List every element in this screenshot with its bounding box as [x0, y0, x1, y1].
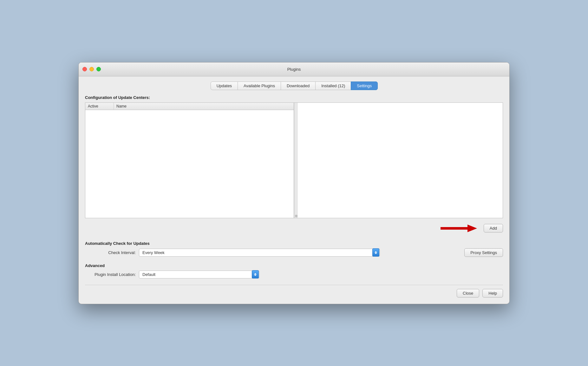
scrollbar-thumb: [295, 215, 297, 217]
table-header: Active Name: [85, 103, 294, 110]
update-centers-table: Active Name: [85, 102, 503, 218]
plugin-install-label: Plugin Install Location:: [91, 272, 136, 277]
maximize-window-button[interactable]: [96, 67, 101, 71]
add-button[interactable]: Add: [484, 224, 503, 232]
check-interval-label: Check Interval:: [91, 250, 136, 255]
add-row: Add: [85, 222, 503, 235]
tab-available-plugins[interactable]: Available Plugins: [238, 82, 281, 90]
vertical-scrollbar[interactable]: [294, 103, 298, 218]
tab-installed[interactable]: Installed (12): [315, 82, 351, 90]
close-window-button[interactable]: [82, 67, 87, 71]
plugin-install-wrapper: Default Custom: [139, 271, 259, 278]
advanced-section: Advanced Plugin Install Location: Defaul…: [85, 263, 503, 278]
proxy-settings-button[interactable]: Proxy Settings: [464, 248, 503, 257]
titlebar: Plugins: [79, 62, 509, 76]
auto-updates-label: Automatically Check for Updates: [85, 241, 503, 246]
traffic-lights: [82, 67, 101, 71]
bottom-buttons: Close Help: [85, 285, 503, 297]
plugin-install-select[interactable]: Default Custom: [139, 271, 259, 278]
plugin-install-row: Plugin Install Location: Default Custom: [91, 271, 503, 278]
table-right-panel[interactable]: [298, 103, 503, 218]
check-interval-select[interactable]: Every Week Every Day Every Month Never: [139, 249, 380, 257]
stepper-down-icon: [375, 253, 377, 254]
window-title: Plugins: [287, 67, 301, 72]
col-active: Active: [85, 103, 114, 110]
tab-settings[interactable]: Settings: [351, 82, 378, 90]
auto-updates-section: Automatically Check for Updates Check In…: [85, 241, 503, 257]
help-button[interactable]: Help: [482, 289, 503, 297]
arrow-container: Add: [441, 222, 503, 235]
close-button[interactable]: Close: [457, 289, 479, 297]
red-arrow-icon: [441, 222, 479, 235]
stepper-up-icon: [375, 251, 377, 252]
plugin-stepper-down-icon: [254, 275, 257, 276]
svg-marker-1: [467, 225, 477, 232]
plugin-install-stepper[interactable]: [252, 270, 259, 278]
tab-downloaded[interactable]: Downloaded: [281, 82, 316, 90]
table-body-left[interactable]: [85, 110, 294, 218]
tab-updates[interactable]: Updates: [211, 82, 238, 90]
configuration-label: Configuration of Update Centers:: [85, 95, 503, 100]
plugins-window: Plugins Updates Available Plugins Downlo…: [78, 62, 510, 304]
advanced-label: Advanced: [85, 263, 503, 268]
check-interval-stepper[interactable]: [372, 248, 379, 257]
tab-bar: Updates Available Plugins Downloaded Ins…: [85, 82, 503, 90]
check-interval-wrapper: Every Week Every Day Every Month Never: [139, 249, 380, 257]
col-name: Name: [114, 103, 294, 110]
configuration-section: Configuration of Update Centers: Active …: [85, 95, 503, 235]
minimize-window-button[interactable]: [89, 67, 94, 71]
check-interval-row: Check Interval: Every Week Every Day Eve…: [91, 248, 503, 257]
table-left-panel: Active Name: [85, 103, 294, 218]
plugin-stepper-up-icon: [254, 273, 257, 274]
window-content: Updates Available Plugins Downloaded Ins…: [79, 76, 509, 304]
